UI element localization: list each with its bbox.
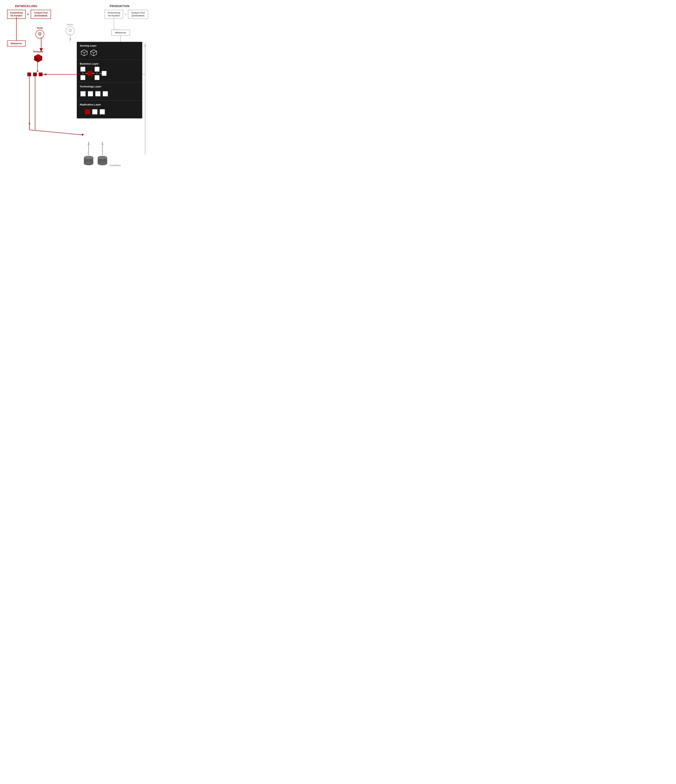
bnet-line-3 [100,73,102,73]
replication-layer-section: Replication Layer [77,101,142,118]
svg-point-18 [84,162,93,165]
connector-sq-3 [39,73,42,76]
technology-layer-icons [80,90,139,98]
produktion-title: PRODUKTION [110,5,129,8]
svg-marker-11 [81,50,87,53]
testcube-icon [34,54,43,63]
prod-plus: + [125,12,126,16]
dev-app-box: Anwendung für Kunden [7,10,26,19]
svg-marker-46 [87,142,90,145]
replication-layer-title: Replication Layer [80,103,139,106]
bnet-node-br [95,75,100,80]
database-1 [83,155,95,167]
bnet-line-2 [92,73,95,73]
prod-webserver: Webserver [111,30,130,36]
bnet-node-tl [81,67,85,72]
serving-layer-section: Serving Layer [77,42,142,60]
nutzer-person: Nutzer [66,23,75,35]
svg-point-8 [70,30,70,31]
tech-sq-4 [103,91,108,96]
svg-line-39 [30,130,83,135]
dev-tool-box: Analyse-Tool(Embedded) [31,10,51,19]
svg-marker-31 [37,70,38,72]
repl-sq-1 [92,109,97,114]
bnet-node-bl [81,75,85,80]
bnet-node-r [102,71,106,76]
tech-sq-2 [88,91,93,96]
technology-layer-section: Technology Layer [77,82,142,101]
svg-marker-33 [44,73,46,75]
svg-point-9 [70,30,71,31]
serving-cube-2 [90,49,97,57]
quelldaten-label: Quelldaten [109,164,121,166]
business-layer-section: Business Layer [77,60,142,82]
svg-marker-42 [69,39,71,41]
connector-sq-1 [27,73,31,76]
tester-icon [36,30,44,39]
prod-tool-box: Analyse-Tool(Embedded) [128,10,148,19]
main-panel: Serving Layer Business Layer [77,42,142,118]
svg-point-24 [98,162,107,165]
bnet-col-2 [95,67,100,80]
tech-sq-1 [81,91,86,96]
nutzer-icon [66,26,75,35]
testcube-label: Testcube [33,50,43,53]
technology-layer-title: Technology Layer [80,85,139,88]
repl-sq-2 [100,109,105,114]
svg-marker-44 [144,44,146,46]
serving-layer-title: Serving Layer [80,44,139,47]
prod-app-box: Anwendungfür Kunden [104,10,123,19]
entwicklung-title: ENTWICKLUNG [15,5,37,8]
bnet-node-red [87,71,92,76]
diagram: ENTWICKLUNG PRODUKTION Anwendung für Kun… [0,0,169,196]
dev-webserver: Webserver [7,40,26,47]
bnet-line-1 [85,73,87,73]
dev-plus: + [27,12,29,16]
svg-point-19 [84,156,93,159]
business-layer-icons [80,67,139,80]
serving-cube-1 [81,49,88,57]
bnet-col-1 [81,67,85,80]
bnet-vert-2 [97,73,97,74]
database-2 [97,155,108,167]
svg-point-1 [39,33,40,34]
svg-point-2 [40,33,40,34]
connector-sq-2 [33,73,37,76]
tester-label: Tester [37,26,43,29]
testcube-wrap: Testcube [33,50,43,63]
replication-layer-icons [80,107,139,116]
svg-marker-38 [29,122,30,124]
business-layer-title: Business Layer [80,62,139,65]
bnet-node-tr [95,67,100,72]
serving-layer-icons [80,49,139,57]
svg-marker-40 [81,134,84,136]
repl-sq-red [85,109,90,114]
bnet-vert-1 [83,73,83,74]
svg-point-25 [98,156,107,159]
tester-person: Tester [36,26,44,39]
svg-marker-14 [90,50,97,53]
tech-sq-3 [95,91,100,96]
nutzer-label: Nutzer [67,23,73,26]
svg-marker-48 [101,142,103,145]
